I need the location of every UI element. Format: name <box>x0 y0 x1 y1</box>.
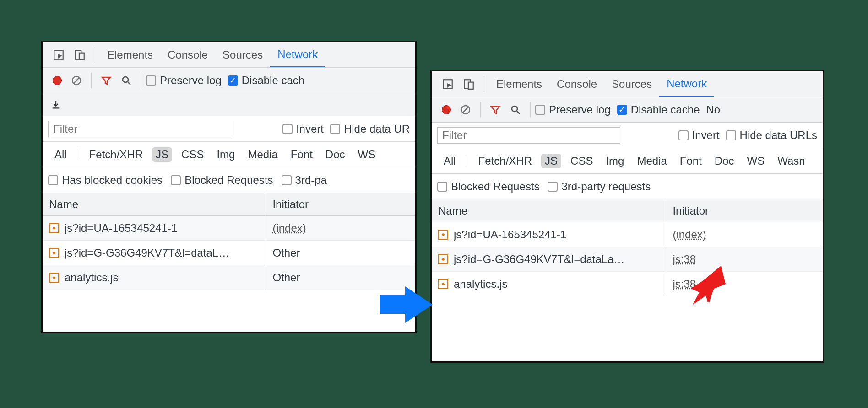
blocked-requests-label: Blocked Requests <box>451 180 539 193</box>
request-name: analytics.js <box>65 271 118 284</box>
type-fetchxhr[interactable]: Fetch/XHR <box>86 147 146 162</box>
type-filter-bar: All Fetch/XHR JS CSS Img Media Font Doc … <box>432 148 823 174</box>
separator <box>78 149 78 161</box>
invert-checkbox[interactable]: Invert <box>282 123 324 135</box>
type-css[interactable]: CSS <box>567 154 597 168</box>
js-file-icon <box>49 273 59 283</box>
col-initiator[interactable]: Initiator <box>266 193 415 215</box>
hide-data-urls-checkbox[interactable]: Hide data URLs <box>726 129 817 142</box>
network-table-header: Name Initiator <box>43 193 415 216</box>
col-name[interactable]: Name <box>43 193 266 215</box>
type-media[interactable]: Media <box>244 147 281 162</box>
js-file-icon <box>438 230 448 240</box>
table-row[interactable]: js?id=UA-165345241-1 (index) <box>432 222 823 247</box>
type-media[interactable]: Media <box>633 154 670 168</box>
type-img[interactable]: Img <box>213 147 239 162</box>
filter-input[interactable] <box>48 121 231 137</box>
table-row[interactable]: js?id=UA-165345241-1 (index) <box>43 216 415 241</box>
invert-label: Invert <box>296 123 324 135</box>
initiator-link[interactable]: (index) <box>673 228 706 241</box>
type-ws[interactable]: WS <box>354 147 380 162</box>
table-row[interactable]: analytics.js js:38 <box>432 272 823 296</box>
type-font[interactable]: Font <box>676 154 705 168</box>
type-doc[interactable]: Doc <box>711 154 738 168</box>
search-icon[interactable] <box>121 75 132 86</box>
third-party-checkbox[interactable]: 3rd-pa <box>282 174 327 187</box>
has-blocked-cookies-checkbox[interactable]: Has blocked cookies <box>48 174 163 187</box>
separator <box>484 76 484 92</box>
table-row[interactable]: js?id=G-G36G49KV7T&l=dataLa… js:38 <box>432 247 823 272</box>
initiator-link[interactable]: js:38 <box>673 253 696 266</box>
search-icon[interactable] <box>510 104 521 115</box>
extra-filter-bar: Blocked Requests 3rd-party requests <box>432 174 823 199</box>
download-icon[interactable] <box>51 100 61 110</box>
svg-point-5 <box>123 77 128 82</box>
device-toggle-icon[interactable] <box>463 78 475 90</box>
invert-checkbox[interactable]: Invert <box>678 129 720 142</box>
devtools-panel-right: Elements Console Sources Network Preserv… <box>430 70 824 363</box>
inspect-icon[interactable] <box>442 78 454 90</box>
network-toolbar: Preserve log Disable cach <box>43 68 415 93</box>
extra-label: No <box>706 103 720 116</box>
disable-cache-checkbox[interactable]: Disable cach <box>228 74 304 87</box>
type-font[interactable]: Font <box>287 147 316 162</box>
disable-cache-checkbox[interactable]: Disable cache <box>617 103 700 116</box>
filter-icon[interactable] <box>490 104 501 115</box>
record-icon[interactable] <box>53 76 62 85</box>
preserve-log-checkbox[interactable]: Preserve log <box>535 103 611 116</box>
device-toggle-icon[interactable] <box>74 49 86 61</box>
js-file-icon <box>49 223 59 233</box>
filter-icon[interactable] <box>101 75 112 86</box>
hide-data-urls-checkbox[interactable]: Hide data UR <box>330 123 410 135</box>
clear-icon[interactable] <box>71 75 82 86</box>
hide-data-urls-label: Hide data URLs <box>740 129 817 142</box>
svg-rect-9 <box>468 82 473 89</box>
blocked-requests-checkbox[interactable]: Blocked Requests <box>437 180 539 193</box>
filter-input[interactable] <box>437 127 620 144</box>
type-ws[interactable]: WS <box>743 154 769 168</box>
third-party-checkbox[interactable]: 3rd-party requests <box>548 180 651 193</box>
tab-console[interactable]: Console <box>160 42 215 67</box>
blocked-requests-checkbox[interactable]: Blocked Requests <box>171 174 273 187</box>
tab-elements[interactable]: Elements <box>100 42 160 67</box>
tab-network[interactable]: Network <box>659 72 714 97</box>
initiator-link[interactable]: (index) <box>272 222 306 235</box>
third-party-label: 3rd-pa <box>295 174 327 187</box>
type-js[interactable]: JS <box>541 154 561 168</box>
type-fetchxhr[interactable]: Fetch/XHR <box>475 154 536 168</box>
tab-elements[interactable]: Elements <box>489 71 549 97</box>
tab-sources[interactable]: Sources <box>604 71 659 97</box>
type-img[interactable]: Img <box>602 154 628 168</box>
preserve-log-label: Preserve log <box>160 74 222 87</box>
blocked-requests-label: Blocked Requests <box>184 174 273 187</box>
clear-icon[interactable] <box>460 104 471 115</box>
type-all[interactable]: All <box>51 147 71 162</box>
type-filter-bar: All Fetch/XHR JS CSS Img Media Font Doc … <box>43 142 415 167</box>
tab-sources[interactable]: Sources <box>215 42 270 67</box>
request-name: js?id=G-G36G49KV7T&l=dataLa… <box>454 253 625 266</box>
col-initiator[interactable]: Initiator <box>666 199 823 222</box>
svg-line-4 <box>74 78 79 83</box>
type-js[interactable]: JS <box>152 147 172 162</box>
separator <box>91 73 92 88</box>
table-row[interactable]: analytics.js Other <box>43 265 415 290</box>
preserve-log-checkbox[interactable]: Preserve log <box>146 74 222 87</box>
tab-network[interactable]: Network <box>270 43 325 68</box>
table-row[interactable]: js?id=G-G36G49KV7T&l=dataL… Other <box>43 241 415 265</box>
type-wasm[interactable]: Wasn <box>774 154 808 168</box>
tab-bar: Elements Console Sources Network <box>43 42 415 68</box>
inspect-icon[interactable] <box>53 49 65 61</box>
initiator-link[interactable]: js:38 <box>673 278 696 290</box>
request-name: js?id=G-G36G49KV7T&l=dataL… <box>65 247 229 259</box>
tab-console[interactable]: Console <box>549 71 604 97</box>
tab-bar: Elements Console Sources Network <box>432 71 823 97</box>
initiator-text: Other <box>272 247 300 259</box>
separator <box>141 73 141 88</box>
type-doc[interactable]: Doc <box>322 147 349 162</box>
record-icon[interactable] <box>442 105 451 114</box>
col-name[interactable]: Name <box>432 199 666 222</box>
hide-data-urls-label: Hide data UR <box>344 123 410 135</box>
type-all[interactable]: All <box>440 154 460 168</box>
type-css[interactable]: CSS <box>178 147 207 162</box>
svg-line-6 <box>128 82 130 85</box>
